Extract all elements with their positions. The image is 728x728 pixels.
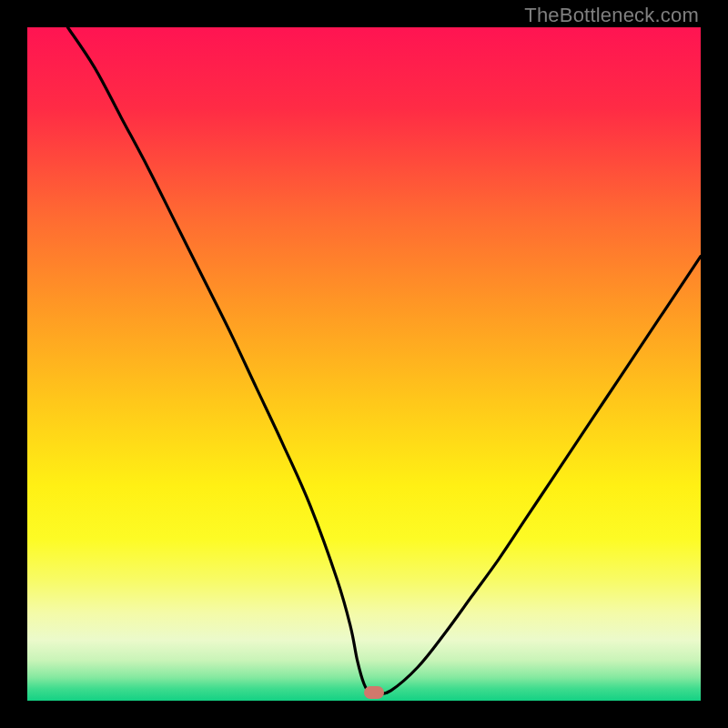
chart-container: TheBottleneck.com	[0, 0, 728, 728]
optimal-point-marker	[364, 686, 384, 699]
plot-area	[27, 27, 701, 701]
bottleneck-curve	[27, 27, 701, 701]
watermark-text: TheBottleneck.com	[524, 4, 699, 27]
